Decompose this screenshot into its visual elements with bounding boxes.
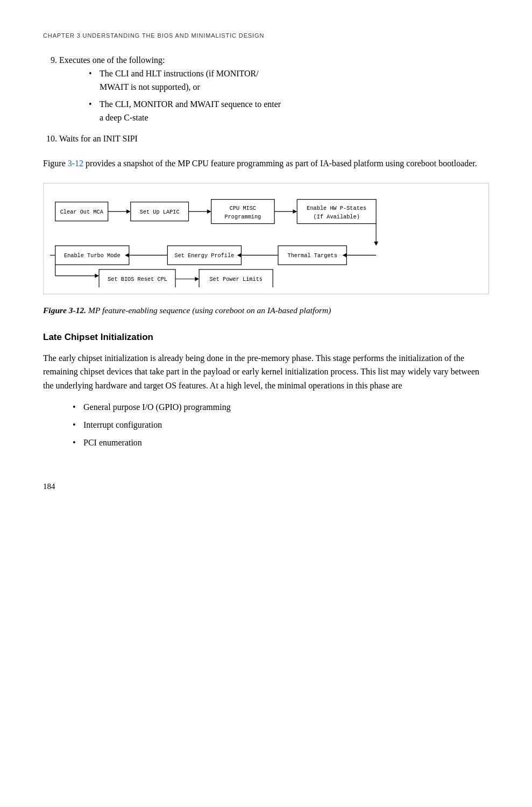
svg-marker-26 (95, 274, 99, 278)
box-set-bios-reset: Set BIOS Reset CPL (108, 277, 167, 283)
bullet-item-1: The CLI and HLT instructions (if MONITOR… (89, 67, 489, 94)
figure-caption: Figure 3-12. MP feature-enabling sequenc… (43, 304, 489, 316)
svg-text:(If Available): (If Available) (314, 214, 360, 220)
numbered-list-10: Waits for an INIT SIPI (59, 132, 489, 146)
box-cpu-misc: CPU MISC (230, 206, 256, 212)
numbered-list: Executes one of the following: The CLI a… (59, 54, 489, 125)
section-heading: Late Chipset Initialization (43, 332, 489, 343)
box-set-up-lapic: Set Up LAPIC (140, 209, 180, 215)
section-bullet-1: General purpose I/O (GPIO) programming (73, 401, 489, 414)
box-set-power-limits: Set Power Limits (209, 277, 263, 283)
svg-marker-13 (374, 242, 378, 246)
list-item-10: Waits for an INIT SIPI (59, 132, 489, 146)
figure-container: .fc-text { font-family: 'Courier New', C… (43, 183, 489, 294)
sub-bullet-list-9: The CLI and HLT instructions (if MONITOR… (89, 67, 489, 125)
box-set-energy-profile: Set Energy Profile (174, 253, 234, 259)
chapter-header: CHAPTER 3 UNDERSTANDING THE BIOS AND MIN… (43, 32, 489, 39)
figure-ref-paragraph: Figure 3-12 provides a snapshot of the M… (43, 157, 489, 171)
svg-marker-5 (207, 210, 211, 214)
svg-marker-2 (126, 210, 131, 214)
svg-text:Programming: Programming (225, 214, 261, 220)
section-paragraph: The early chipset initialization is alre… (43, 351, 489, 393)
box-enable-hw-pstates: Enable HW P-States (307, 206, 366, 212)
svg-marker-9 (293, 210, 297, 214)
bullet-item-2: The CLI, MONITOR and MWAIT sequence to e… (89, 98, 489, 125)
section-bullet-2: Interrupt configuration (73, 419, 489, 432)
section-bullet-3: PCI enumeration (73, 436, 489, 450)
figure-link[interactable]: 3-12 (68, 159, 83, 168)
box-thermal-targets: Thermal Targets (287, 253, 337, 259)
box-clear-out-mca: Clear Out MCA (60, 209, 104, 215)
page-number: 184 (43, 482, 489, 491)
list-item-9: Executes one of the following: The CLI a… (59, 54, 489, 125)
svg-marker-29 (195, 277, 199, 281)
box-enable-turbo: Enable Turbo Mode (64, 253, 120, 259)
flowchart-svg: .fc-text { font-family: 'Courier New', C… (50, 193, 482, 287)
section-bullet-list: General purpose I/O (GPIO) programming I… (73, 401, 489, 449)
flowchart: .fc-text { font-family: 'Courier New', C… (50, 193, 482, 287)
